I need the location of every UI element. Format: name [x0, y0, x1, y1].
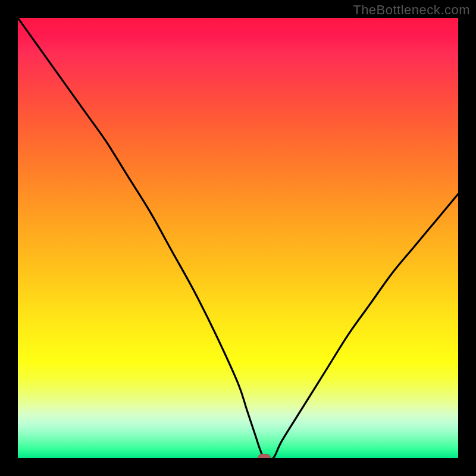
plot-area [18, 18, 458, 458]
bottleneck-curve [18, 18, 458, 458]
optimal-point-marker [258, 454, 271, 458]
chart-frame: TheBottleneck.com [0, 0, 476, 476]
attribution-text: TheBottleneck.com [353, 2, 470, 18]
curve-path [18, 18, 458, 458]
